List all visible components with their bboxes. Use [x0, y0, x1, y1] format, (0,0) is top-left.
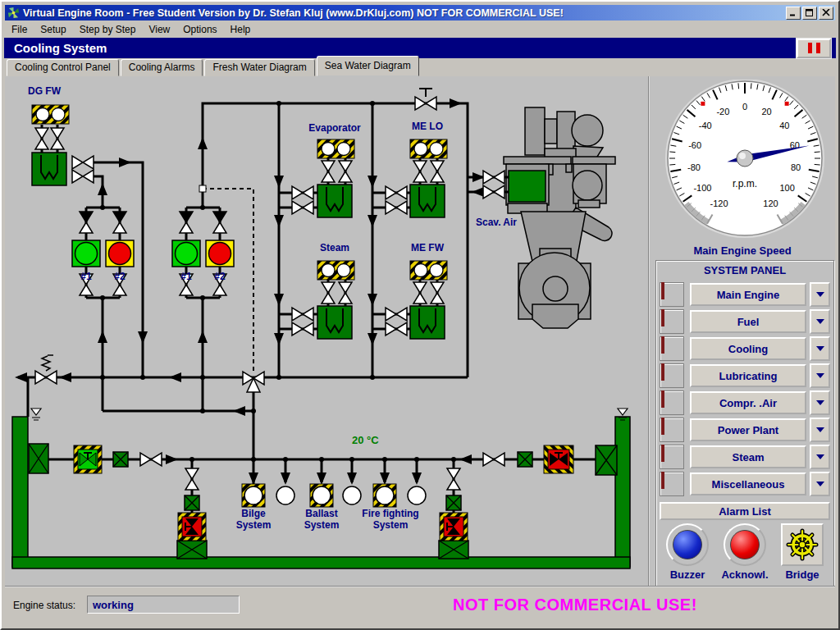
melo-alarm-indicators — [410, 139, 447, 158]
fuel-button[interactable]: Fuel — [690, 310, 806, 333]
valve-low-seachest-right[interactable] — [447, 468, 460, 490]
valve-mefw-b[interactable] — [431, 282, 444, 304]
menu-setup[interactable]: Setup — [34, 23, 72, 36]
lubricating-dropdown[interactable] — [810, 363, 830, 388]
label-pump-1: #1 — [73, 271, 99, 282]
alarm-indicator-cooling — [660, 336, 684, 361]
label-evaporator: Evaporator — [297, 122, 372, 134]
remote-valve-low-left-closed[interactable] — [178, 513, 206, 541]
miscellaneous-dropdown[interactable] — [810, 472, 830, 496]
buzzer-button[interactable] — [666, 523, 709, 566]
compr-air-button[interactable]: Compr. .Air — [690, 391, 806, 414]
valve-evap-a[interactable] — [322, 161, 335, 182]
main-sw-pump-2[interactable] — [206, 240, 234, 267]
steam-button[interactable]: Steam — [690, 445, 806, 468]
label-pump-2: #2 — [207, 271, 233, 282]
menu-view[interactable]: View — [142, 23, 176, 36]
valve-dgfw-inlet[interactable] — [72, 170, 94, 183]
valve-evap-inlet[interactable] — [292, 186, 313, 199]
bridge-button[interactable] — [781, 523, 824, 566]
remote-valve-left-open[interactable] — [74, 445, 102, 473]
menu-bar: File Setup Step by Step View Options Hel… — [5, 21, 835, 37]
valve-sea-main-left[interactable] — [140, 453, 162, 466]
evaporator-cooler — [317, 185, 352, 217]
system-panel-row: Steam — [660, 445, 830, 469]
main-engine-button[interactable]: Main Engine — [690, 283, 806, 306]
tab-fresh-water-diagram[interactable]: Fresh Water Diagram — [204, 59, 314, 76]
power-plant-dropdown[interactable] — [810, 418, 830, 442]
check-valve — [80, 212, 93, 233]
valve-evap-b[interactable] — [339, 161, 352, 182]
valve-steam-outlet[interactable] — [292, 322, 313, 336]
menu-help[interactable]: Help — [224, 23, 258, 36]
valve-mefw-inlet[interactable] — [386, 308, 407, 321]
valve-mefw-outlet[interactable] — [386, 322, 407, 336]
valve-steam-a[interactable] — [322, 282, 335, 304]
temperature-sensor — [199, 185, 206, 192]
gauge-unit: r.p.m. — [733, 178, 757, 189]
fuel-dropdown[interactable] — [810, 309, 830, 334]
maximize-button[interactable] — [802, 7, 817, 20]
valve-mefw-a[interactable] — [413, 282, 427, 304]
valve-low-seachest-left[interactable] — [185, 468, 199, 490]
dgfw-alarm-indicators — [32, 105, 69, 124]
minimize-button[interactable] — [786, 7, 801, 20]
tab-sea-water-diagram[interactable]: Sea Water Diagram — [317, 56, 419, 76]
valve-steam-b[interactable] — [339, 282, 352, 304]
strainer — [113, 452, 128, 467]
menu-options[interactable]: Options — [176, 23, 223, 36]
remote-valve-low-right-closed[interactable] — [440, 513, 468, 541]
tab-strip: Cooling Control Panel Cooling Alarms Fre… — [7, 59, 421, 76]
tab-cooling-control-panel[interactable]: Cooling Control Panel — [7, 59, 119, 76]
chevron-down-icon — [816, 482, 824, 486]
menu-file[interactable]: File — [5, 23, 34, 36]
acknowledge-button[interactable] — [724, 523, 766, 566]
valve-scav-outlet[interactable] — [483, 185, 504, 199]
valve-melo-b[interactable] — [431, 161, 444, 182]
miscellaneous-button[interactable]: Miscellaneous — [690, 472, 806, 495]
system-panel-row: Power Plant — [660, 418, 830, 442]
dgfw-pump-1[interactable] — [72, 240, 100, 267]
ship-wheel-icon — [784, 527, 820, 563]
svg-text:-100: -100 — [693, 183, 711, 193]
pause-button[interactable] — [797, 39, 831, 58]
valve-melo-inlet[interactable] — [386, 186, 407, 199]
valve-dgfw-b[interactable] — [51, 128, 64, 149]
main-engine-dropdown[interactable] — [810, 282, 830, 307]
valve-steam-inlet[interactable] — [292, 308, 313, 321]
label-dg-fw: DG FW — [28, 85, 61, 97]
strainer — [185, 495, 199, 510]
three-way-recirc-valve[interactable] — [243, 372, 264, 392]
system-connection — [276, 486, 294, 504]
cooling-button[interactable]: Cooling — [690, 337, 806, 360]
valve-melo-a[interactable] — [413, 161, 427, 182]
acknowledge-lamp-icon — [730, 530, 760, 559]
steam-dropdown[interactable] — [810, 445, 830, 469]
lubricating-button[interactable]: Lubricating — [690, 364, 806, 387]
gauge-title: Main Engine Speed — [650, 244, 835, 257]
cooling-dropdown[interactable] — [810, 336, 830, 361]
valve-dgfw-outlet[interactable] — [72, 156, 94, 169]
tab-cooling-alarms[interactable]: Cooling Alarms — [121, 59, 203, 76]
valve-sea-main-right[interactable] — [483, 453, 504, 466]
dgfw-pump-2[interactable] — [106, 240, 134, 267]
main-sw-pump-1[interactable] — [172, 240, 200, 267]
menu-step-by-step[interactable]: Step by Step — [73, 23, 143, 36]
compr-air-dropdown[interactable] — [810, 390, 830, 415]
power-plant-button[interactable]: Power Plant — [690, 418, 806, 441]
valve-scav-bypass[interactable] — [415, 89, 436, 110]
alarm-indicator-main-engine — [660, 282, 684, 307]
system-panel-row: Miscellaneous — [660, 472, 830, 496]
valve-dgfw-a[interactable] — [35, 128, 48, 149]
valve-scav-inlet[interactable] — [483, 171, 504, 184]
remote-valve-right-closed[interactable] — [544, 445, 573, 473]
close-button[interactable] — [819, 7, 833, 20]
steam-alarm-indicators — [317, 261, 354, 280]
system-panel-row: Compr. .Air — [660, 390, 830, 415]
engine-speed-gauge: -120-100-80-60-40-20020406080100120 r.p.… — [655, 80, 837, 244]
high-seachest-left — [29, 444, 48, 473]
valve-melo-outlet[interactable] — [386, 201, 407, 214]
alarm-list-button[interactable]: Alarm List — [660, 502, 830, 520]
valve-evap-outlet[interactable] — [292, 201, 313, 214]
overboard-relief-valve[interactable] — [35, 355, 57, 384]
